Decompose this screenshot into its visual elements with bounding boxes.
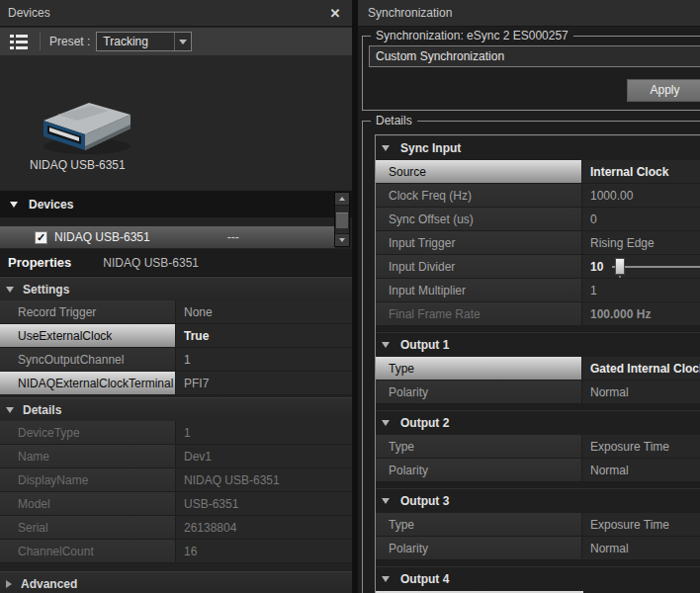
section-header-output-4[interactable]: Output 4 bbox=[376, 566, 700, 591]
section-label: Settings bbox=[23, 283, 69, 296]
property-row-model[interactable]: ModelUSB-6351 bbox=[0, 492, 352, 516]
slider-track[interactable] bbox=[612, 266, 700, 268]
property-label: Type bbox=[376, 357, 582, 380]
property-row-polarity[interactable]: PolarityNormal bbox=[376, 381, 700, 404]
property-value[interactable]: 10 bbox=[582, 255, 700, 278]
property-row-channelcount[interactable]: ChannelCount16 bbox=[0, 540, 352, 563]
property-label: Input Trigger bbox=[376, 231, 582, 254]
section-header-settings[interactable]: Settings bbox=[0, 277, 352, 300]
section-header-advanced[interactable]: Advanced bbox=[0, 571, 352, 593]
properties-header: Properties NIDAQ USB-6351 bbox=[0, 249, 352, 277]
property-value[interactable]: Internal Clock bbox=[582, 160, 700, 183]
triangle-down-icon bbox=[382, 498, 390, 504]
property-value[interactable]: None bbox=[176, 300, 352, 323]
section-header-output-1[interactable]: Output 1 bbox=[376, 332, 700, 357]
property-row-input-multiplier[interactable]: Input Multiplier1 bbox=[376, 279, 700, 302]
property-value[interactable]: PFI7 bbox=[176, 372, 352, 394]
property-value[interactable]: Dev1 bbox=[176, 445, 352, 467]
property-label: Type bbox=[376, 513, 582, 536]
device-enabled-checkbox[interactable]: ✓ bbox=[35, 231, 47, 244]
property-value[interactable]: 1 bbox=[176, 348, 352, 371]
section-label: Output 2 bbox=[400, 416, 449, 430]
scroll-up-button[interactable] bbox=[335, 193, 349, 206]
section-label: Output 1 bbox=[400, 338, 449, 352]
preset-dropdown-value: Tracking bbox=[103, 35, 148, 48]
synchronization-panel-title: Synchronization bbox=[368, 6, 452, 20]
property-row-record-trigger[interactable]: Record TriggerNone bbox=[0, 300, 352, 324]
property-row-source[interactable]: SourceInternal Clock bbox=[376, 160, 700, 184]
property-value[interactable]: True bbox=[176, 324, 352, 347]
property-label: Input Divider bbox=[376, 255, 582, 278]
property-row-clock-freq-hz[interactable]: Clock Freq (Hz)1000.00 bbox=[376, 184, 700, 208]
device-image bbox=[36, 91, 134, 156]
close-icon[interactable]: ✕ bbox=[326, 6, 344, 21]
property-value[interactable]: Gated Internal Clock bbox=[582, 357, 700, 380]
property-row-sync-offset-us[interactable]: Sync Offset (us)0 bbox=[376, 208, 700, 231]
property-row-syncoutputchannel[interactable]: SyncOutputChannel1 bbox=[0, 348, 352, 372]
property-value[interactable]: USB-6351 bbox=[176, 492, 352, 515]
device-list-group-header[interactable]: Devices bbox=[0, 191, 352, 217]
arrow-down-icon bbox=[339, 238, 345, 242]
preset-dropdown-arrow[interactable] bbox=[174, 33, 191, 50]
scrollbar-thumb[interactable] bbox=[336, 212, 348, 228]
property-label: Serial bbox=[0, 516, 176, 539]
synchronization-panel-titlebar: Synchronization bbox=[358, 0, 700, 27]
property-row-input-trigger[interactable]: Input TriggerRising Edge bbox=[376, 231, 700, 255]
property-value[interactable]: 100.000 Hz bbox=[582, 302, 700, 325]
sync-source-groupbox: Synchronization: eSync 2 ES000257 Custom… bbox=[362, 36, 700, 111]
apply-button[interactable]: Apply bbox=[627, 79, 700, 102]
property-value[interactable]: Exposure Time bbox=[582, 513, 700, 536]
property-row-type[interactable]: TypeExposure Time bbox=[376, 435, 700, 459]
sync-details-groupbox-label: Details bbox=[371, 114, 417, 127]
property-value[interactable]: Normal bbox=[582, 381, 700, 403]
device-list-scrollbar[interactable] bbox=[334, 192, 350, 247]
section-header-sync-input[interactable]: Sync Input bbox=[376, 135, 700, 160]
property-row-nidaqexternalclockterminal[interactable]: NIDAQExternalClockTerminalPFI7 bbox=[0, 372, 352, 395]
property-value[interactable]: 1 bbox=[582, 279, 700, 301]
property-value[interactable]: Rising Edge bbox=[582, 231, 700, 254]
devices-panel: Devices ✕ Preset : Tracking N bbox=[0, 0, 352, 593]
property-value[interactable]: Normal bbox=[582, 537, 700, 559]
device-preview-label: NIDAQ USB-6351 bbox=[30, 158, 126, 172]
property-value[interactable]: NIDAQ USB-6351 bbox=[176, 468, 352, 491]
section-header-output-3[interactable]: Output 3 bbox=[376, 488, 700, 513]
section-header-details[interactable]: Details bbox=[0, 397, 352, 421]
property-value[interactable]: Exposure Time bbox=[582, 435, 700, 458]
property-label: Name bbox=[0, 445, 176, 467]
property-row-polarity[interactable]: PolarityNormal bbox=[376, 537, 700, 560]
property-value[interactable]: 1000.00 bbox=[582, 184, 700, 207]
property-row-input-divider[interactable]: Input Divider10 bbox=[376, 255, 700, 279]
triangle-down-icon bbox=[382, 576, 390, 582]
section-label: Output 3 bbox=[400, 494, 449, 508]
property-label: Model bbox=[0, 492, 176, 515]
property-row-displayname[interactable]: DisplayNameNIDAQ USB-6351 bbox=[0, 468, 352, 492]
property-value[interactable]: 1 bbox=[176, 421, 352, 444]
triangle-down-icon bbox=[382, 420, 390, 426]
property-label: Record Trigger bbox=[0, 300, 176, 323]
sync-mode-dropdown[interactable]: Custom Synchronization bbox=[369, 45, 700, 67]
synchronization-panel: Synchronization Synchronization: eSync 2… bbox=[358, 0, 700, 593]
sync-details-table: Sync InputSourceInternal ClockClock Freq… bbox=[375, 134, 700, 593]
section-label: Details bbox=[23, 403, 61, 417]
slider-handle[interactable] bbox=[615, 258, 625, 275]
property-row-type[interactable]: TypeGated Internal Clock bbox=[376, 357, 700, 381]
property-row-name[interactable]: NameDev1 bbox=[0, 445, 352, 468]
device-list-row[interactable]: ✓ NIDAQ USB-6351 --- bbox=[0, 226, 335, 248]
preset-dropdown[interactable]: Tracking bbox=[96, 32, 192, 51]
section-header-output-2[interactable]: Output 2 bbox=[376, 410, 700, 435]
sync-details-groupbox: Details Sync InputSourceInternal ClockCl… bbox=[362, 121, 700, 593]
property-value[interactable]: Normal bbox=[582, 459, 700, 481]
property-label: UseExternalClock bbox=[0, 324, 176, 347]
property-row-polarity[interactable]: PolarityNormal bbox=[376, 459, 700, 482]
property-value[interactable]: 26138804 bbox=[176, 516, 352, 539]
list-view-icon[interactable] bbox=[10, 35, 30, 49]
scroll-down-button[interactable] bbox=[335, 233, 349, 246]
property-row-useexternalclock[interactable]: UseExternalClockTrue bbox=[0, 324, 352, 348]
property-row-devicetype[interactable]: DeviceType1 bbox=[0, 421, 352, 445]
property-value[interactable]: 16 bbox=[176, 540, 352, 562]
property-value[interactable]: 0 bbox=[582, 208, 700, 230]
property-row-final-frame-rate[interactable]: Final Frame Rate100.000 Hz bbox=[376, 302, 700, 326]
property-row-serial[interactable]: Serial26138804 bbox=[0, 516, 352, 540]
device-row-name: NIDAQ USB-6351 bbox=[54, 230, 150, 244]
property-row-type[interactable]: TypeExposure Time bbox=[376, 513, 700, 537]
